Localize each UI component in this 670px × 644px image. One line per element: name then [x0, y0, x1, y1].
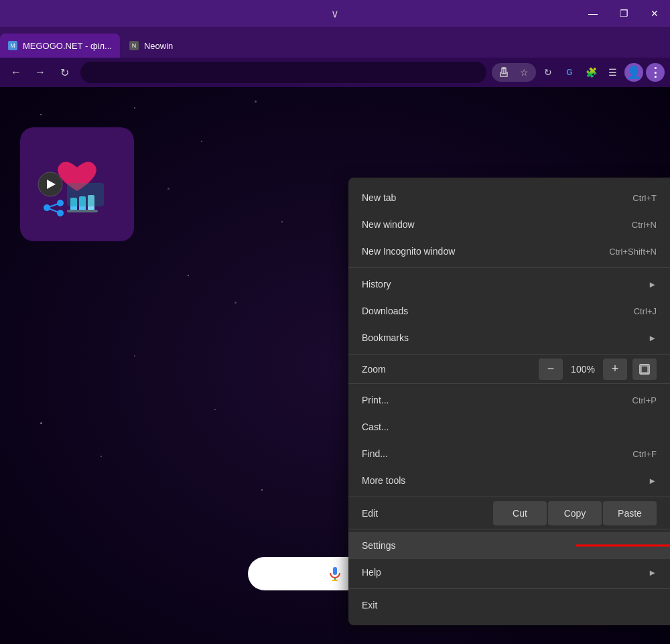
title-bar-center: ∨ [331, 7, 339, 20]
address-bar[interactable] [80, 62, 486, 83]
mic-icon [325, 564, 345, 584]
toolbar-action-group: ☆ [492, 63, 536, 82]
reload-ext-button[interactable]: ↻ [539, 63, 557, 82]
tab-label-neowin: Neowin [144, 41, 220, 51]
zoom-plus-button[interactable]: + [603, 359, 627, 380]
more-menu-button[interactable]: ⋮ [646, 63, 665, 82]
edit-actions: Cut Copy Paste [493, 501, 657, 525]
tab-bar: M MEGOGO.NET - філ... N Neowin [0, 27, 670, 58]
chevron-down-icon: ∨ [331, 7, 339, 20]
zoom-minus-button[interactable]: − [539, 359, 563, 380]
minimize-button[interactable]: — [578, 0, 608, 27]
copy-button[interactable]: Copy [548, 501, 602, 525]
toolbar: ← → ↻ ☆ ↻ G 🧩 ☰ 👤 ⋮ [0, 58, 670, 87]
menu-section-exit: Exit [348, 589, 670, 621]
menu-item-incognito[interactable]: New Incognito window Ctrl+Shift+N [348, 238, 670, 265]
edit-row: Edit Cut Copy Paste [348, 497, 670, 529]
menu-item-new-window[interactable]: New window Ctrl+N [348, 211, 670, 238]
zoom-value: 100% [563, 364, 603, 375]
zoom-fullscreen-button[interactable] [632, 359, 657, 380]
share-button[interactable] [494, 63, 513, 82]
bookmark-button[interactable]: ☆ [515, 63, 533, 82]
menu-item-bookmarks[interactable]: Bookmarks ► [348, 324, 670, 351]
close-button[interactable]: ✕ [639, 0, 670, 27]
tab-favicon-megogo: M [8, 41, 17, 50]
menu-item-settings[interactable]: Settings [348, 532, 670, 559]
zoom-row: Zoom − 100% + [348, 355, 670, 384]
tab-label-megogo: MEGOGO.NET - філ... [23, 41, 112, 51]
cut-button[interactable]: Cut [493, 501, 547, 525]
edit-label: Edit [362, 508, 493, 519]
svg-rect-17 [641, 366, 648, 373]
menu-section-settings: Settings Help ► [348, 529, 670, 589]
menu-item-exit[interactable]: Exit [348, 592, 670, 619]
title-bar-controls: — ❐ ✕ [578, 0, 670, 27]
menu-item-find[interactable]: Find... Ctrl+F [348, 440, 670, 467]
title-bar: ∨ — ❐ ✕ [0, 0, 670, 27]
tab-favicon-neowin: N [129, 41, 139, 50]
menu-section-new: New tab Ctrl+T New window Ctrl+N New Inc… [348, 182, 670, 268]
menu-item-new-tab[interactable]: New tab Ctrl+T [348, 184, 670, 211]
menu-item-print[interactable]: Print... Ctrl+P [348, 387, 670, 413]
tab-megogo[interactable]: M MEGOGO.NET - філ... [0, 34, 120, 58]
extensions-button[interactable]: 🧩 [582, 63, 600, 82]
svg-rect-12 [67, 183, 104, 206]
menu-item-help[interactable]: Help ► [348, 559, 670, 586]
svg-rect-11 [67, 210, 98, 212]
queue-button[interactable]: ☰ [603, 63, 622, 82]
menu-section-tools: Print... Ctrl+P Cast... Find... Ctrl+F M… [348, 384, 670, 497]
menu-item-history[interactable]: History ► [348, 271, 670, 298]
zoom-label: Zoom [362, 364, 539, 375]
menu-item-more-tools[interactable]: More tools ► [348, 467, 670, 494]
page-content: New tab Ctrl+T New window Ctrl+N New Inc… [0, 87, 670, 644]
svg-rect-13 [333, 567, 337, 575]
app-card [20, 127, 134, 241]
context-menu: New tab Ctrl+T New window Ctrl+N New Inc… [348, 178, 670, 625]
restore-button[interactable]: ❐ [608, 0, 639, 27]
forward-button[interactable]: → [29, 62, 51, 83]
translate-button[interactable]: G [560, 63, 579, 82]
menu-item-cast[interactable]: Cast... [348, 413, 670, 440]
reload-button[interactable]: ↻ [54, 62, 75, 83]
back-button[interactable]: ← [5, 62, 27, 83]
app-illustration [30, 137, 124, 231]
settings-arrow [576, 545, 670, 547]
profile-avatar[interactable]: 👤 [624, 63, 643, 82]
paste-button[interactable]: Paste [603, 501, 657, 525]
tab-neowin[interactable]: N Neowin [121, 34, 228, 58]
zoom-controls: − 100% + [539, 359, 657, 380]
menu-item-downloads[interactable]: Downloads Ctrl+J [348, 298, 670, 324]
menu-section-nav: History ► Downloads Ctrl+J Bookmarks ► [348, 268, 670, 355]
